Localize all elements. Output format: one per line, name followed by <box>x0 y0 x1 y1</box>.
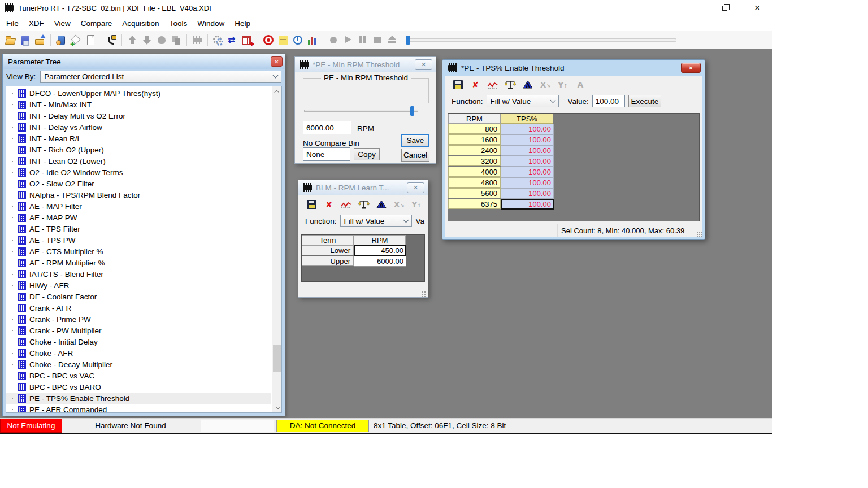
tree-item[interactable]: AE - MAP Filter <box>6 201 271 212</box>
eject-icon[interactable] <box>386 34 398 46</box>
tps-rpm-cell[interactable]: 1600 <box>448 134 501 145</box>
move-down-icon[interactable] <box>141 34 153 46</box>
tree-item[interactable]: AE - TPS PW <box>6 234 271 246</box>
tps-rpm-cell[interactable]: 4000 <box>448 167 501 177</box>
scroll-down-icon[interactable] <box>272 403 282 412</box>
tree-item[interactable]: AE - TPS Filter <box>6 223 271 234</box>
tree-item[interactable]: Choke - Initial Delay <box>6 336 271 347</box>
compare-bins-icon[interactable] <box>155 34 168 46</box>
menu-xdf[interactable]: XDF <box>24 17 49 30</box>
tree-item[interactable]: Crank - Prime PW <box>6 313 271 325</box>
tps-value-cell[interactable]: 100.00 <box>501 177 554 188</box>
compare-scales-icon[interactable] <box>358 199 370 210</box>
equation-editor-icon[interactable]: A <box>375 199 388 210</box>
value-input[interactable] <box>592 95 625 107</box>
tree-item[interactable]: Choke - Decay Multiplier <box>6 359 271 370</box>
play-icon[interactable] <box>342 34 354 46</box>
tps-rpm-cell[interactable]: 2400 <box>448 145 501 155</box>
data-trace-icon[interactable] <box>292 34 304 46</box>
scroll-up-icon[interactable] <box>272 86 282 96</box>
tree-item[interactable]: INT - Min/Max INT <box>6 99 271 110</box>
probe-tool-icon[interactable] <box>105 34 118 46</box>
blm-value-cell[interactable]: 6000.00 <box>354 256 406 267</box>
resize-grip[interactable] <box>696 231 702 237</box>
tree-item[interactable]: O2 - Slow O2 Filter <box>6 178 271 189</box>
tree-item[interactable]: BPC - BPC vs BARO <box>6 381 271 393</box>
swap-compare-icon[interactable] <box>227 34 239 46</box>
tps-titlebar[interactable]: *PE - TPS% Enable Threshold ✕ <box>442 60 705 76</box>
tps-rpm-cell[interactable]: 4800 <box>448 177 501 188</box>
menu-compare[interactable]: Compare <box>76 17 118 30</box>
move-up-icon[interactable] <box>126 34 138 46</box>
copy-button[interactable]: Copy <box>354 148 380 160</box>
new-document-icon[interactable] <box>84 34 97 46</box>
tps-rpm-cell[interactable]: 800 <box>448 124 501 134</box>
tree-item[interactable]: PE - TPS% Enable Threshold <box>6 393 271 404</box>
equation-editor-icon[interactable]: A <box>522 79 534 90</box>
save-icon[interactable] <box>452 79 464 90</box>
blm-term-cell[interactable]: Upper <box>302 256 354 266</box>
menu-help[interactable]: Help <box>229 17 255 30</box>
delete-icon[interactable]: ✘ <box>323 199 335 210</box>
tree-item[interactable]: INT - Lean O2 (Lower) <box>6 155 271 167</box>
tree-scrollbar[interactable] <box>272 86 281 412</box>
open-file-icon[interactable] <box>5 34 17 46</box>
tree-item[interactable]: Choke - AFR <box>6 347 271 359</box>
parameter-tree-titlebar[interactable]: Parameter Tree ✕ <box>3 54 285 69</box>
chip-emu-icon[interactable] <box>191 34 203 46</box>
emulation-start-icon[interactable] <box>262 34 275 46</box>
copy-bin-icon[interactable] <box>170 34 183 46</box>
tree-item[interactable]: INT - Mean R/L <box>6 133 271 144</box>
scrollbar-thumb[interactable] <box>273 345 281 372</box>
tps-function-dropdown[interactable]: Fill w/ Value <box>487 95 559 107</box>
tps-value-cell[interactable]: 100.00 <box>501 199 554 210</box>
parameter-tree-close-button[interactable]: ✕ <box>271 56 283 67</box>
graph-view-icon[interactable] <box>340 199 353 210</box>
menu-window[interactable]: Window <box>192 17 229 30</box>
blm-titlebar[interactable]: BLM - RPM Learn T... ✕ <box>298 180 428 195</box>
view-by-dropdown[interactable]: Parameter Ordered List <box>40 71 281 83</box>
tree-item[interactable]: INT - Delay vs Airflow <box>6 121 271 133</box>
gears-settings-icon[interactable] <box>212 34 224 46</box>
blm-close-button[interactable]: ✕ <box>407 182 424 193</box>
tree-item[interactable]: INT - Delay Mult vs O2 Error <box>6 110 271 121</box>
folder-close-icon[interactable] <box>34 34 46 46</box>
tree-item[interactable]: BPC - BPC vs VAC <box>6 370 271 381</box>
stop-icon[interactable] <box>371 34 384 46</box>
graph-view-icon[interactable] <box>487 79 499 90</box>
dashboard-chart-icon[interactable] <box>306 34 319 46</box>
tree-item[interactable]: INT - Rich O2 (Upper) <box>6 144 271 155</box>
menu-view[interactable]: View <box>49 17 76 30</box>
tree-item[interactable]: Crank - PW Multiplier <box>6 325 271 336</box>
tps-value-cell[interactable]: 100.00 <box>501 134 554 145</box>
min-rpm-value-input[interactable] <box>303 121 351 134</box>
slider-handle[interactable] <box>406 36 410 45</box>
min-rpm-titlebar[interactable]: *PE - Min RPM Threshold ✕ <box>295 57 436 72</box>
tps-rpm-cell[interactable]: 6375 <box>448 199 501 209</box>
menu-tools[interactable]: Tools <box>164 17 193 30</box>
menu-file[interactable]: File <box>1 17 24 30</box>
blm-term-cell[interactable]: Lower <box>302 245 354 255</box>
menu-acquisition[interactable]: Acquisition <box>117 17 164 30</box>
tree-item[interactable]: AE - MAP PW <box>6 212 271 223</box>
tree-item[interactable]: PE - AFR Commanded <box>6 404 271 413</box>
blm-value-cell[interactable]: 450.00 <box>354 245 406 256</box>
pause-icon[interactable] <box>357 34 369 46</box>
compare-scales-icon[interactable] <box>504 79 517 90</box>
resize-grip[interactable] <box>422 291 427 297</box>
tps-value-cell[interactable]: 100.00 <box>501 145 554 156</box>
tps-value-cell[interactable]: 100.00 <box>501 124 554 134</box>
tree-item[interactable]: DFCO - Lower/Upper MAP Thres(hyst) <box>6 88 271 99</box>
compare-bin-input[interactable] <box>303 147 350 161</box>
cancel-button[interactable]: Cancel <box>401 149 429 162</box>
table-add-icon[interactable] <box>241 34 254 46</box>
delete-icon[interactable]: ✘ <box>469 79 481 90</box>
tps-close-button[interactable]: ✕ <box>681 63 701 73</box>
minimize-button[interactable] <box>685 2 698 14</box>
notes-icon[interactable] <box>277 34 289 46</box>
tps-value-cell[interactable]: 100.00 <box>501 156 554 167</box>
save-icon[interactable] <box>305 199 318 210</box>
emulation-speed-slider[interactable] <box>406 38 676 42</box>
save-button[interactable]: Save <box>401 134 429 147</box>
tps-rpm-cell[interactable]: 5600 <box>448 188 501 198</box>
